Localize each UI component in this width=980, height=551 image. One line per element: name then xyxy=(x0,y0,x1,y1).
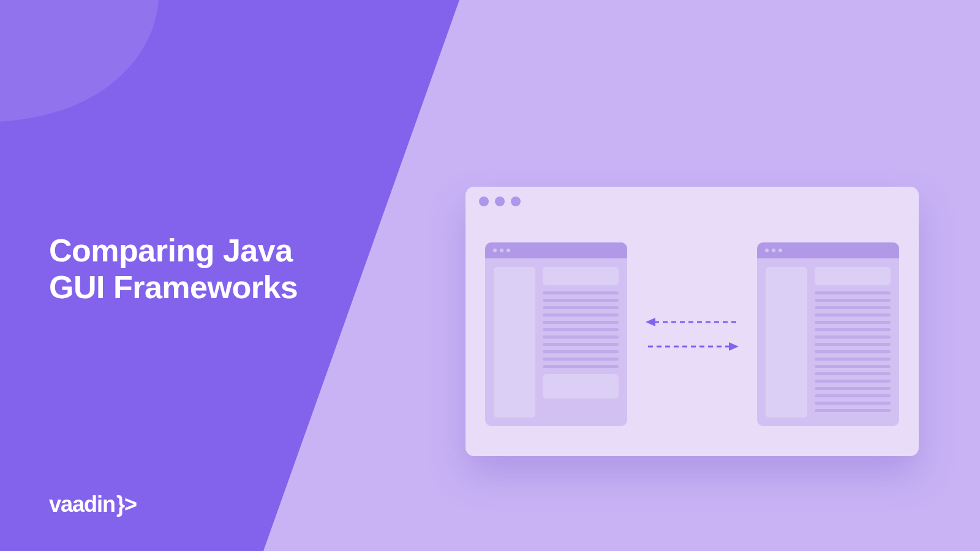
mini-dot-icon xyxy=(493,249,497,252)
mini-window-left xyxy=(485,242,627,426)
window-control-dot-icon xyxy=(495,197,505,206)
text-line xyxy=(815,350,891,353)
mini-header-block xyxy=(815,267,891,285)
mini-dot-icon xyxy=(507,249,510,252)
svg-marker-1 xyxy=(646,318,655,326)
arrow-right-icon xyxy=(643,340,741,353)
mini-footer-block xyxy=(543,374,619,399)
illustration-browser-window xyxy=(466,187,919,456)
text-line xyxy=(815,402,891,405)
window-control-dot-icon xyxy=(511,197,521,206)
text-line xyxy=(543,343,619,346)
browser-body xyxy=(466,216,919,456)
mini-dot-icon xyxy=(500,249,503,252)
text-line xyxy=(543,299,619,302)
text-line xyxy=(815,321,891,324)
text-line xyxy=(815,372,891,375)
mini-sidebar-block xyxy=(766,267,807,418)
mini-window-right xyxy=(757,242,899,426)
text-line xyxy=(815,394,891,397)
text-line xyxy=(815,313,891,317)
mini-header-block xyxy=(543,267,619,285)
text-line xyxy=(543,291,619,294)
mini-titlebar xyxy=(485,242,627,258)
bidirectional-arrows xyxy=(643,316,741,353)
mini-dot-icon xyxy=(772,249,775,252)
window-control-dot-icon xyxy=(479,197,489,206)
text-line xyxy=(543,335,619,339)
text-line xyxy=(543,306,619,309)
mini-dot-icon xyxy=(765,249,769,252)
text-line xyxy=(815,343,891,346)
mini-body xyxy=(757,258,899,426)
mini-sidebar-block xyxy=(494,267,535,418)
text-line xyxy=(543,313,619,317)
browser-titlebar xyxy=(466,187,919,216)
text-line xyxy=(815,328,891,331)
text-line xyxy=(815,380,891,383)
text-line xyxy=(543,365,619,368)
svg-marker-3 xyxy=(729,342,739,351)
text-line xyxy=(815,306,891,309)
text-line xyxy=(543,358,619,361)
text-line xyxy=(815,365,891,368)
text-line xyxy=(815,387,891,390)
text-line xyxy=(815,358,891,361)
text-line xyxy=(815,409,891,412)
vaadin-logo: vaadin}> xyxy=(49,492,137,517)
mini-text-lines xyxy=(815,291,891,418)
text-line xyxy=(543,328,619,331)
page-title: Comparing Java GUI Frameworks xyxy=(49,233,298,306)
decorative-wave-shape xyxy=(0,0,233,141)
title-line-2: GUI Frameworks xyxy=(49,269,298,306)
mini-content xyxy=(815,267,891,418)
mini-content xyxy=(543,267,619,418)
text-line xyxy=(815,291,891,294)
mini-text-lines xyxy=(543,291,619,368)
title-line-1: Comparing Java xyxy=(49,233,298,269)
logo-text: vaadin xyxy=(49,492,115,517)
text-line xyxy=(815,299,891,302)
logo-suffix: }> xyxy=(116,492,137,517)
text-line xyxy=(543,350,619,353)
mini-titlebar xyxy=(757,242,899,258)
mini-body xyxy=(485,258,627,426)
arrow-left-icon xyxy=(643,316,741,328)
text-line xyxy=(543,321,619,324)
text-line xyxy=(815,335,891,339)
mini-dot-icon xyxy=(778,249,782,252)
